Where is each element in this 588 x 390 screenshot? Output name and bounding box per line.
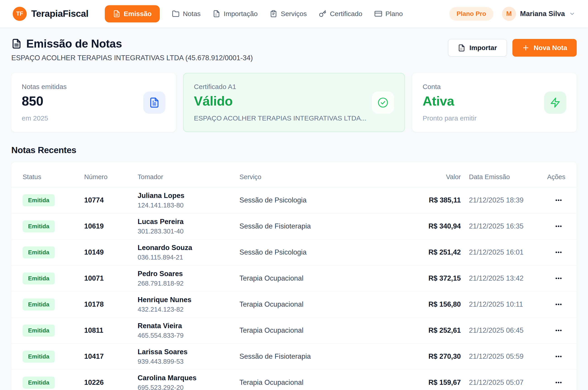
invoice-value: R$ 270,30 — [411, 352, 461, 361]
plus-icon — [522, 44, 530, 52]
ellipsis-icon — [554, 378, 563, 387]
invoice-value: R$ 156,80 — [411, 300, 461, 308]
new-note-button[interactable]: Nova Nota — [512, 39, 577, 57]
recipient-cpf: 939.443.899-53 — [138, 358, 240, 365]
row-actions-button[interactable] — [552, 350, 565, 363]
recipient-name: Larissa Soares — [138, 348, 240, 356]
recipient-name: Carolina Marques — [138, 374, 240, 382]
ellipsis-icon — [554, 274, 563, 283]
status-badge: Emitida — [23, 194, 55, 206]
table-header: Status Número Tomador Serviço Valor Data… — [11, 162, 577, 187]
navbar-right: Plano Pro M Mariana Silva — [449, 7, 575, 21]
recipient-name: Juliana Lopes — [138, 192, 240, 200]
col-valor: Valor — [411, 173, 461, 181]
invoice-number: 10417 — [84, 352, 138, 361]
chevron-down-icon — [569, 11, 575, 17]
import-button[interactable]: Importar — [448, 39, 507, 57]
card-conta: Conta Ativa Pronto para emitir — [412, 73, 577, 132]
service-name: Terapia Ocupacional — [240, 274, 411, 282]
row-actions-button[interactable] — [552, 324, 565, 337]
ellipsis-icon — [554, 326, 563, 335]
document-icon — [143, 92, 166, 114]
status-badge: Emitida — [23, 325, 55, 337]
invoice-number: 10619 — [84, 222, 138, 230]
col-numero: Número — [84, 173, 138, 181]
emission-date: 21/12/2025 06:45 — [461, 326, 540, 335]
ellipsis-icon — [554, 352, 563, 361]
invoice-number: 10149 — [84, 248, 138, 256]
invoice-number: 10178 — [84, 300, 138, 308]
row-actions-button[interactable] — [552, 219, 565, 233]
status-badge: Emitida — [23, 272, 55, 285]
nav-item-notas[interactable]: Notas — [172, 10, 201, 18]
card-notas-emitidas: Notas emitidas 850 em 2025 — [11, 73, 176, 132]
recipient-cpf: 124.141.183-80 — [138, 201, 240, 209]
service-name: Sessão de Psicologia — [240, 196, 411, 204]
card-sub: em 2025 — [22, 114, 67, 122]
nav-item-emissao[interactable]: Emissão — [105, 5, 160, 22]
user-name: Mariana Silva — [520, 10, 565, 18]
card-label: Certificado A1 — [194, 83, 366, 91]
invoice-value: R$ 372,15 — [411, 274, 461, 282]
top-navbar: TF TerapiaFiscal Emissão Notas Importaçã… — [0, 0, 588, 28]
col-status: Status — [23, 173, 84, 181]
recipient-cpf: 432.214.123-82 — [138, 306, 240, 313]
user-menu[interactable]: M Mariana Silva — [502, 7, 575, 21]
table-row: Emitida 10149 Leonardo Souza 036.115.894… — [11, 239, 577, 265]
nav-item-certificado[interactable]: Certificado — [319, 10, 362, 18]
invoice-number: 10071 — [84, 274, 138, 282]
card-sub: Pronto para emitir — [422, 114, 476, 122]
ellipsis-icon — [554, 300, 563, 309]
invoice-number: 10811 — [84, 326, 138, 335]
clipboard-icon — [270, 10, 277, 17]
recipient-name: Renata Vieira — [138, 322, 240, 330]
card-value: Válido — [194, 93, 366, 108]
recipient-name: Leonardo Souza — [138, 244, 240, 252]
emission-date: 21/12/2025 05:59 — [461, 352, 540, 361]
credit-card-icon — [375, 10, 382, 17]
key-icon — [319, 10, 326, 17]
table-body: Emitida 10774 Juliana Lopes 124.141.183-… — [11, 187, 577, 390]
file-import-icon — [458, 44, 465, 52]
brand-name: TerapiaFiscal — [31, 8, 88, 19]
zap-icon — [544, 92, 566, 114]
status-badge: Emitida — [23, 351, 55, 363]
service-name: Sessão de Psicologia — [240, 248, 411, 256]
stat-cards: Notas emitidas 850 em 2025 Certificado A… — [11, 73, 577, 132]
invoice-value: R$ 251,42 — [411, 248, 461, 256]
nav-item-plano[interactable]: Plano — [375, 10, 403, 18]
section-title: Notas Recentes — [11, 145, 577, 155]
nav-item-importacao[interactable]: Importação — [213, 10, 257, 18]
card-label: Notas emitidas — [22, 83, 67, 91]
row-actions-button[interactable] — [552, 245, 565, 259]
row-actions-button[interactable] — [552, 376, 565, 389]
row-actions-button[interactable] — [552, 194, 565, 207]
status-badge: Emitida — [23, 220, 55, 232]
page-title: Emissão de Notas — [26, 37, 122, 50]
card-sub: ESPAÇO ACOLHER TERAPIAS INTEGRATIVAS LTD… — [194, 114, 366, 122]
row-actions-button[interactable] — [552, 272, 565, 285]
service-name: Sessão de Fisioterapia — [240, 352, 411, 361]
row-actions-button[interactable] — [552, 297, 565, 311]
recipient-cpf: 268.791.818-92 — [138, 280, 240, 287]
nav-item-servicos[interactable]: Serviços — [270, 10, 307, 18]
recipient-name: Henrique Nunes — [138, 296, 240, 304]
folder-icon — [172, 10, 179, 17]
brand[interactable]: TF TerapiaFiscal — [13, 7, 88, 21]
card-certificado: Certificado A1 Válido ESPAÇO ACOLHER TER… — [183, 73, 405, 132]
table-row: Emitida 10619 Lucas Pereira 301.283.301-… — [11, 213, 577, 239]
invoice-number: 10226 — [84, 379, 138, 387]
recipient-name: Lucas Pereira — [138, 218, 240, 226]
plan-badge: Plano Pro — [449, 7, 493, 21]
invoice-number: 10774 — [84, 196, 138, 204]
emission-date: 21/12/2025 18:39 — [461, 196, 540, 204]
invoice-value: R$ 159,67 — [411, 379, 461, 387]
service-name: Terapia Ocupacional — [240, 379, 411, 387]
brand-logo: TF — [13, 7, 27, 21]
recipient-cpf: 301.283.301-40 — [138, 228, 240, 235]
table-row: Emitida 10774 Juliana Lopes 124.141.183-… — [11, 187, 577, 213]
table-row: Emitida 10811 Renata Vieira 465.554.833-… — [11, 318, 577, 343]
emission-date: 21/12/2025 05:07 — [461, 379, 540, 387]
check-circle-icon — [372, 92, 394, 114]
avatar: M — [502, 7, 516, 21]
